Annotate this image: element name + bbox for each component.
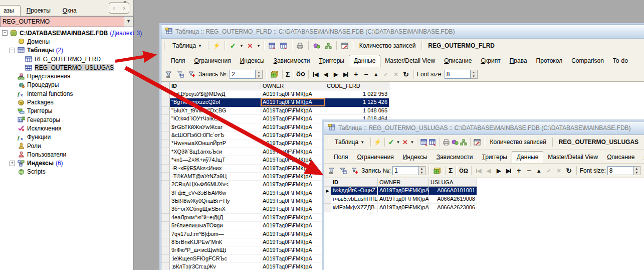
filter-icon[interactable] [327,166,337,175]
table-refresh-all-icon[interactable] [429,138,436,147]
row-selector[interactable] [161,205,170,213]
row-selector[interactable] [161,238,170,246]
row-selector[interactable] [161,230,170,238]
row-selector[interactable] [161,131,170,140]
row-selector[interactable] [161,197,170,205]
cell-owner[interactable]: А019Тэд0F\ҒМК)рА [261,197,325,205]
delete-record-icon[interactable]: − [362,70,370,78]
next-record-icon[interactable]: ▶ [495,168,503,174]
tab-триггеры[interactable]: Триггеры [314,55,349,67]
edit-record-icon[interactable]: ▲ [535,168,543,174]
cell-id[interactable]: кИЕэМк|vХZZДВ... [331,204,378,212]
cell-value[interactable]: A066A2619008 [429,195,477,204]
next-record-icon[interactable]: ▶ [332,71,340,78]
row-selector[interactable] [324,195,331,204]
tree-item-internal-functions[interactable]: fxInternal functions [0,89,133,98]
cell-owner[interactable]: А019Тэд0F\ҒМК)рА [261,214,325,222]
tab-поля[interactable]: Поля [166,55,190,67]
column-header-owner[interactable]: OWNER [378,178,429,187]
cell-id[interactable]: :ieЖщеяSFЮgFCRЪс [170,255,261,263]
cell-id[interactable]: *ХQ3й`$щ1анхьЪси [170,148,261,156]
cell-value[interactable]: A066A2623006 [429,204,477,212]
tab-ограничения[interactable]: Ограничения [353,152,398,163]
tab-триггеры[interactable]: Триггеры [477,152,512,163]
commit-check-icon[interactable]: ✓ [228,41,238,50]
cell-owner[interactable]: А019Тэд0F\ҒМК)рА [378,195,429,204]
insert-record-icon[interactable]: + [515,167,523,175]
cancel-edit-icon[interactable]: ✕ [392,71,400,78]
tab-поля[interactable]: Поля [329,152,353,163]
cell-owner[interactable]: А019Тэд0F\ҒМК)рА [261,148,325,156]
table-row[interactable]: "tлЦУроузУ$@MDwДА019Тэд0F\ҒМК)рА1 022 95… [161,90,644,98]
first-record-icon[interactable]: ◀ [475,168,483,174]
tab-зависимости[interactable]: Зависимости [432,152,478,163]
row-selector[interactable] [161,165,170,173]
records-count-button[interactable]: Количество записей [487,138,549,147]
tab-права[interactable]: Права [505,55,532,67]
gears-icon[interactable] [312,41,322,50]
tab-скрипт[interactable]: Скрипт [639,152,644,163]
back-arrow-icon[interactable]: ‹ [109,5,119,12]
cell-value[interactable]: A066A0101001 [429,187,477,195]
tree-item-reg-outermo-uslugas[interactable]: REG_OUTERMO_USLUGAS [0,63,133,72]
cell-id[interactable]: 2СRцАЦХьФб6MUХv< [170,181,261,189]
filter-icon[interactable] [164,70,174,79]
row-selector[interactable] [161,107,170,115]
row-selector[interactable] [161,255,170,263]
explorer-tab-2[interactable]: Окна [57,6,83,16]
cell-id[interactable]: $тGЬТКйЖяУwЖсаг [170,123,261,131]
tab-индексы[interactable]: Индексы [236,55,269,67]
chevron-down-icon[interactable]: ▼ [257,44,261,48]
cell-owner[interactable]: А019Тэд0F\ҒМК)рА [261,205,325,213]
row-selector[interactable] [161,263,170,270]
cell-id[interactable]: 7qч17uJ:m^В|фum— [170,230,261,238]
row-selector[interactable] [161,115,170,123]
encoding-icon[interactable]: ÖΩ [296,71,305,77]
records-count-button[interactable]: Количество записей [356,41,419,50]
tree-item-пользователи[interactable]: Пользователи [0,150,133,159]
cell-owner[interactable]: А019Тэд0F\ҒМК)рА [261,98,325,106]
rollback-x-icon[interactable]: ✕ [401,138,408,147]
cell-owner[interactable]: А019Тэд0F\ҒМК)рА [378,204,429,212]
cell-owner[interactable]: А019Тэд0F\ҒМК)рА [378,187,429,195]
cell-id[interactable]: ;вКлТэ|г3Сп:щЖv [170,263,261,270]
filter-add-icon[interactable] [350,166,360,175]
grid-view-icon[interactable] [269,70,279,79]
row-selector[interactable] [161,214,170,222]
tab-master-detail-view[interactable]: Master/Detail View [543,152,602,163]
tab-ограничения[interactable]: Ограничения [190,55,236,67]
spin-down-icon[interactable]: ▼ [256,74,262,78]
dependency-blocks-icon[interactable] [460,138,467,147]
collapse-icon[interactable]: − [2,30,8,36]
column-header-usluga[interactable]: USLUGA [429,178,477,187]
row-selector[interactable] [161,222,170,230]
grid-view-icon[interactable] [432,166,442,175]
cell-id[interactable]: г¤ьь5:vbEushHHЦj [331,195,378,204]
commit-check-icon[interactable]: ✓ [387,138,394,147]
lightning-icon[interactable]: ⚡ [374,138,381,147]
expand-icon[interactable]: + [10,161,15,166]
cell-owner[interactable]: А019Тэд0F\ҒМК)рА [261,173,325,181]
tab-данные[interactable]: Данные [349,55,380,67]
cell-owner[interactable]: А019Тэд0F\ҒМК)рА [261,222,325,230]
row-selector[interactable] [161,140,170,148]
chevron-down-icon[interactable]: ▼ [410,140,414,145]
table-menu-button[interactable]: Таблица▼ [169,41,205,50]
cell-id[interactable]: "BgтяиыmxzzcQ2оI [170,98,261,106]
cell-id[interactable]: -Т®КАМТ@аУгNZэ9Ц [170,173,261,181]
forward-arrow-icon[interactable]: › [119,5,129,12]
tree-item-генераторы[interactable]: 123Генераторы [0,115,133,124]
row-selector[interactable]: ▶ [324,187,331,195]
prev-record-icon[interactable]: ◀ [322,71,330,78]
cell-id[interactable]: "ЫuХт_t9Vм™"Dx;BG [170,107,261,115]
form-view-icon[interactable] [340,41,350,50]
collapse-icon[interactable]: − [10,48,15,53]
window-titlebar[interactable]: Таблица :: REG_OUTERMO_FLRD :: C:\DATABA… [161,25,644,39]
cell-value[interactable]: 1 048 065 [325,107,389,115]
rollback-x-icon[interactable]: ✕ [245,41,255,50]
cell-owner[interactable]: А019Тэд0F\ҒМК)рА [261,90,325,98]
tree-item-процедуры[interactable]: Процедуры [0,81,133,89]
explorer-tab-1[interactable]: Проекты [21,6,57,16]
tab-to-do[interactable]: To-do [608,55,632,67]
tab-протокол[interactable]: Протокол [532,55,567,67]
